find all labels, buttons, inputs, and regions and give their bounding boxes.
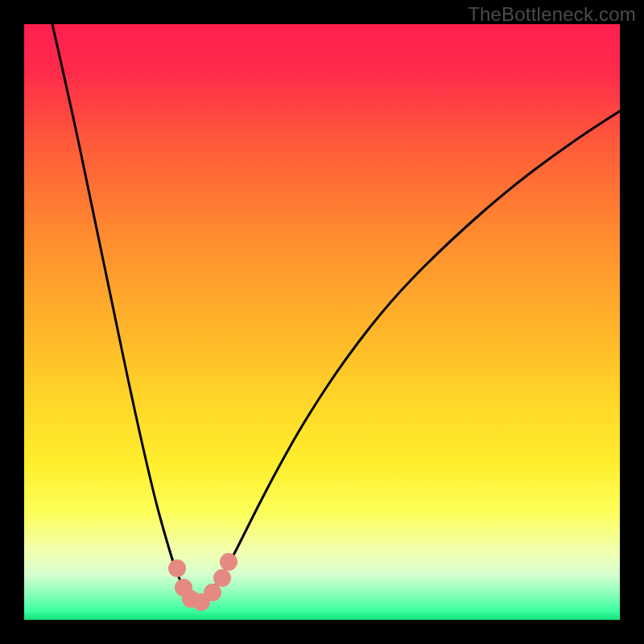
highlight-dot (204, 584, 221, 601)
plot-area (24, 24, 620, 620)
highlight-dot (213, 569, 231, 587)
gradient-background (24, 24, 620, 620)
highlight-dot (168, 559, 186, 577)
bottleneck-chart (24, 24, 620, 620)
watermark-text: TheBottleneck.com (468, 3, 636, 26)
highlight-dot (220, 553, 237, 571)
outer-black-frame: TheBottleneck.com (0, 0, 644, 644)
